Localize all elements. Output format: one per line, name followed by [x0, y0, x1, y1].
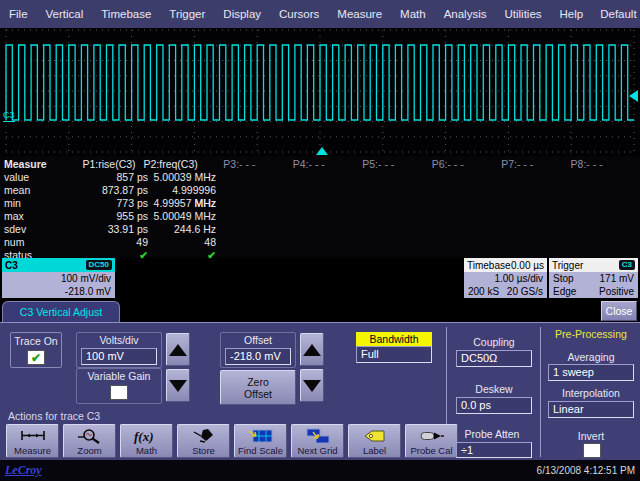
menu-item-file[interactable]: File	[0, 0, 37, 28]
deskew-field[interactable]: 0.0 ps	[456, 397, 532, 414]
menu-items: FileVerticalTimebaseTriggerDisplayCursor…	[0, 0, 592, 28]
trigger-mode: Stop	[553, 272, 574, 285]
column-header-p6[interactable]: P6:- - -	[432, 158, 501, 171]
tab-c3-vertical-adjust[interactable]: C3 Vertical Adjust	[2, 301, 120, 322]
menu-item-utilities[interactable]: Utilities	[495, 0, 550, 28]
column-header-p1[interactable]: P1:rise(C3)	[64, 158, 135, 171]
trigger-type: Edge	[553, 285, 576, 298]
trigger-level: 171 mV	[600, 272, 634, 285]
measure-row-min: min773 ps4.99957 MHz	[0, 197, 640, 210]
waveform-display[interactable]: C3	[0, 28, 640, 156]
measure-table: MeasureP1:rise(C3)P2:freq(C3)P3:- - -P4:…	[0, 156, 640, 258]
menu-bar: FileVerticalTimebaseTriggerDisplayCursor…	[0, 0, 640, 28]
measure-row-value: value857 ps5.00039 MHz	[0, 171, 640, 184]
p2-value: 5.00049 MHz	[148, 210, 216, 223]
math-button[interactable]: f(x)Math	[120, 424, 173, 458]
menu-item-cursors[interactable]: Cursors	[270, 0, 328, 28]
p2-value: 244.6 Hz	[148, 223, 216, 236]
offset-up-button[interactable]	[300, 333, 324, 366]
c3-descriptor-box[interactable]: C3 DC50 100 mV/div -218.0 mV	[2, 258, 115, 298]
variable-gain-label: Variable Gain	[77, 370, 161, 382]
next-grid-icon	[304, 427, 332, 444]
trigger-slope: Positive	[599, 285, 634, 298]
menu-item-vertical[interactable]: Vertical	[37, 0, 93, 28]
find-scale-button[interactable]: Find Scale	[234, 424, 287, 458]
zoom-icon	[76, 427, 104, 444]
close-button[interactable]: Close	[601, 301, 637, 321]
up-arrow-icon	[169, 344, 187, 356]
invert-label: Invert	[544, 430, 638, 442]
probe-atten-field[interactable]: ÷1	[456, 442, 532, 458]
p2-value: 5.00039 MHz	[148, 171, 216, 184]
default-setup-button[interactable]: Default	[592, 8, 640, 20]
row-label: min	[0, 197, 70, 210]
p1-value: 873.87 ps	[70, 184, 148, 197]
column-header-p7[interactable]: P7:- - -	[501, 158, 570, 171]
timebase-descriptor-box[interactable]: Timebase 0.00 µs 1.00 µs/div 200 kS 20 G…	[464, 258, 547, 298]
status-check-icon: ✔	[148, 249, 216, 262]
zoom-button[interactable]: Zoom	[63, 424, 116, 458]
p1-value: 49	[70, 236, 148, 249]
trigger-title: Trigger	[552, 260, 583, 271]
measure-corner-label: Measure	[0, 158, 64, 171]
invert-checkbox[interactable]	[583, 443, 601, 458]
trigger-descriptor-box[interactable]: Trigger C3 Stop 171 mV Edge Positive	[549, 258, 638, 298]
menu-item-display[interactable]: Display	[214, 0, 270, 28]
column-header-p2[interactable]: P2:freq(C3)	[136, 158, 198, 171]
p2-value: 4.99957 MHz	[148, 197, 216, 210]
row-label: num	[0, 236, 70, 249]
coupling-field[interactable]: DC50Ω	[456, 350, 532, 367]
p1-value: 773 ps	[70, 197, 148, 210]
measure-button[interactable]: Measure	[6, 424, 59, 458]
column-header-p4[interactable]: P4:- - -	[293, 158, 362, 171]
datetime-display: 6/13/2008 4:12:51 PM	[537, 465, 635, 476]
probe-atten-label: Probe Atten	[450, 428, 534, 440]
column-header-p5[interactable]: P5:- - -	[362, 158, 431, 171]
menu-item-timebase[interactable]: Timebase	[92, 0, 160, 28]
offset-field[interactable]: -218.0 mV	[225, 348, 291, 365]
zero-offset-button[interactable]: Zero Offset	[220, 370, 296, 405]
dialog-tab-bar: C3 Vertical Adjust Close	[0, 300, 640, 322]
menu-item-math[interactable]: Math	[391, 0, 435, 28]
store-icon	[191, 427, 217, 444]
averaging-field[interactable]: 1 sweep	[548, 364, 634, 381]
interpolation-field[interactable]: Linear	[548, 401, 634, 418]
menu-item-measure[interactable]: Measure	[328, 0, 391, 28]
vertical-adjust-dialog: Trace On ✔ Volts/div 100 mV Variable Gai…	[0, 322, 640, 460]
channel-zero-marker[interactable]: C3	[3, 110, 15, 122]
trigger-level-marker-icon[interactable]	[629, 90, 638, 102]
menu-item-trigger[interactable]: Trigger	[160, 0, 214, 28]
row-label: value	[0, 171, 70, 184]
down-arrow-icon	[169, 380, 187, 392]
spacer	[198, 158, 224, 171]
scope-grid	[0, 28, 640, 156]
timebase-title: Timebase	[467, 260, 511, 271]
actions-for-trace-label: Actions for trace C3	[8, 410, 100, 422]
volts-div-field[interactable]: 100 mV	[81, 348, 157, 365]
tool-button-label: Label	[363, 446, 386, 456]
volts-down-button[interactable]	[166, 369, 190, 402]
next-grid-button[interactable]: Next Grid	[291, 424, 344, 458]
trace-on-checkbox[interactable]: ✔	[27, 350, 45, 365]
timebase-samples: 200 kS	[468, 285, 499, 298]
variable-gain-checkbox[interactable]	[110, 385, 128, 400]
volts-div-label: Volts/div	[77, 334, 161, 346]
divider	[540, 327, 541, 457]
store-button[interactable]: Store	[177, 424, 230, 458]
menu-item-analysis[interactable]: Analysis	[435, 0, 496, 28]
tool-button-label: Find Scale	[238, 446, 283, 456]
volts-up-button[interactable]	[166, 333, 190, 366]
timebase-scale: 1.00 µs/div	[494, 272, 543, 285]
bandwidth-field[interactable]: Full	[356, 346, 432, 363]
p2-value: 48	[148, 236, 216, 249]
menu-item-help[interactable]: Help	[551, 0, 593, 28]
column-header-p3[interactable]: P3:- - -	[223, 158, 292, 171]
tool-button-label: Math	[136, 446, 157, 456]
column-header-p8[interactable]: P8:- - -	[571, 158, 640, 171]
label-button[interactable]: Label	[348, 424, 401, 458]
trigger-source-badge: C3	[619, 260, 635, 270]
tool-button-label: Next Grid	[297, 446, 337, 456]
trigger-time-marker-icon[interactable]	[316, 147, 328, 155]
offset-down-button[interactable]	[300, 369, 324, 402]
preprocessing-title: Pre-Processing	[544, 328, 638, 340]
